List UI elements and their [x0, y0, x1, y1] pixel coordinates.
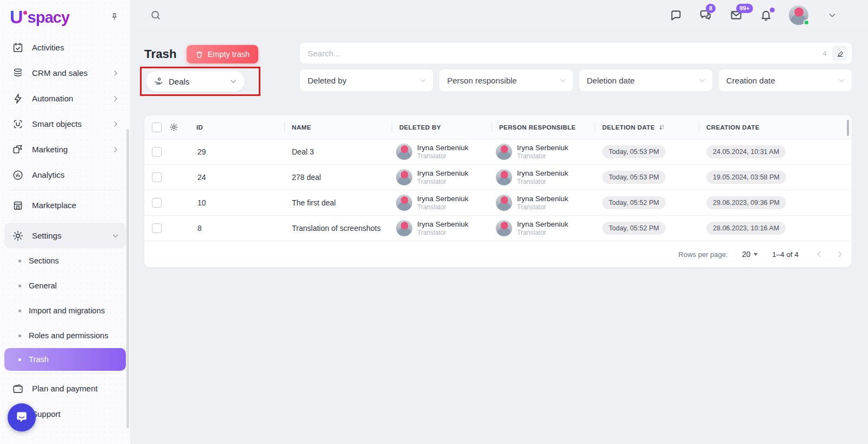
cell-person-responsible[interactable]: Iryna SerbeniukTranslator — [492, 143, 595, 160]
messenger-icon[interactable]: 8 — [699, 9, 713, 22]
cell-person-responsible[interactable]: Iryna SerbeniukTranslator — [492, 169, 595, 186]
sidebar-scrollbar[interactable] — [126, 129, 129, 428]
chevron-down-icon — [559, 77, 566, 84]
filter-person-responsible[interactable]: Person responsible — [439, 69, 572, 91]
sidebar-item-label: Support — [32, 409, 119, 419]
rows-per-page-value: 20 — [742, 250, 751, 259]
sidebar-subitem-label: Roles and permissions — [29, 331, 108, 340]
bell-icon[interactable] — [760, 9, 773, 22]
column-header-deletion-date[interactable]: DELETION DATE — [595, 115, 699, 139]
cell-deleted-by[interactable]: Iryna SerbeniukTranslator — [392, 220, 492, 237]
sidebar-item-roles-and-permissions[interactable]: Roles and permissions — [0, 323, 130, 348]
column-header-id[interactable]: ID — [189, 115, 284, 139]
column-header-person-responsible[interactable]: PERSON RESPONSIBLE — [492, 115, 595, 139]
uspacy-logo[interactable]: Uspacy — [10, 9, 69, 27]
filter-label: Deletion date — [587, 76, 635, 85]
column-header-label: ID — [196, 124, 203, 131]
comment-icon[interactable] — [669, 9, 682, 22]
cell-person-responsible[interactable]: Iryna SerbeniukTranslator — [492, 220, 595, 237]
profile-chevron-down-icon[interactable] — [828, 11, 837, 20]
filter-deletion-date[interactable]: Deletion date — [579, 69, 712, 91]
sidebar-item-settings[interactable]: Settings — [4, 223, 126, 248]
entity-type-dropdown[interactable]: Deals — [146, 71, 245, 92]
chevron-right-icon — [112, 120, 119, 128]
cell-person-responsible[interactable]: Iryna SerbeniukTranslator — [492, 194, 595, 211]
support-chat-launcher-button[interactable] — [8, 403, 36, 432]
bullet-icon — [18, 285, 21, 287]
sidebar-item-plan-and-payment[interactable]: Plan and payment — [0, 376, 130, 401]
table-row[interactable]: 10 The first deal Iryna SerbeniukTransla… — [144, 190, 852, 216]
cell-deleted-by[interactable]: Iryna SerbeniukTranslator — [392, 143, 492, 160]
avatar — [396, 195, 412, 211]
sidebar-subitem-label: Import and migrations — [29, 306, 105, 315]
chevron-right-icon — [112, 146, 119, 153]
cell-id: 24 — [189, 173, 284, 182]
sidebar-item-smart-objects[interactable]: Smart objects — [0, 111, 130, 137]
sidebar-item-marketing[interactable]: Marketing — [0, 137, 130, 162]
sort-arrows-icon[interactable] — [658, 124, 666, 131]
row-checkbox[interactable] — [152, 172, 162, 182]
sidebar-item-trash[interactable]: Trash — [4, 348, 126, 371]
sidebar-item-activities[interactable]: Activities — [0, 35, 130, 60]
clear-filters-button[interactable] — [832, 46, 847, 61]
sidebar-item-label: Smart objects — [32, 119, 104, 128]
select-all-checkbox[interactable] — [152, 123, 162, 132]
column-header-creation-date[interactable]: CREATION DATE — [699, 115, 852, 139]
row-checkbox[interactable] — [152, 198, 162, 208]
table-settings-gear-icon[interactable] — [169, 123, 189, 132]
rows-per-page-label: Rows per page: — [679, 250, 728, 259]
search-input[interactable] — [308, 49, 823, 58]
search-counter: 4 — [823, 49, 827, 57]
empty-trash-label: Empty trash — [208, 50, 250, 59]
global-search-icon[interactable] — [150, 9, 162, 21]
smart-objects-icon — [12, 118, 24, 130]
deletion-date-badge: Today, 05:53 PM — [602, 171, 666, 184]
dropdown-triangle-icon — [754, 253, 758, 256]
table-header-row: ID NAME DELETED BY PERSON RESPONSIBLE DE… — [144, 115, 852, 139]
row-checkbox[interactable] — [152, 147, 162, 157]
sidebar-item-analytics[interactable]: Analytics — [0, 162, 130, 188]
column-header-label: PERSON RESPONSIBLE — [499, 124, 576, 131]
pin-sidebar-icon[interactable] — [108, 11, 120, 23]
rows-per-page-select[interactable]: 20 — [742, 250, 758, 259]
sidebar-item-label: Analytics — [32, 170, 119, 179]
table-scrollbar[interactable] — [847, 120, 849, 136]
column-header-name[interactable]: NAME — [284, 115, 392, 139]
user-name: Iryna Serbeniuk — [517, 143, 569, 152]
sidebar-item-import-and-migrations[interactable]: Import and migrations — [0, 298, 130, 323]
sidebar-divider — [10, 373, 120, 374]
sidebar-item-marketplace[interactable]: Marketplace — [0, 192, 130, 218]
empty-trash-button[interactable]: Empty trash — [187, 45, 258, 63]
sidebar-item-label: Automation — [32, 94, 104, 103]
cell-name: Deal 3 — [284, 147, 392, 156]
user-avatar[interactable] — [789, 5, 808, 25]
filter-creation-date[interactable]: Creation date — [719, 69, 852, 91]
chevron-right-icon — [112, 69, 119, 77]
avatar — [496, 169, 512, 185]
filter-deleted-by[interactable]: Deleted by — [300, 69, 433, 91]
sidebar-item-sections[interactable]: Sections — [0, 248, 130, 273]
cell-id: 10 — [189, 198, 284, 207]
sidebar-item-label: Settings — [32, 231, 104, 240]
next-page-button[interactable] — [835, 250, 844, 259]
table-row[interactable]: 29 Deal 3 Iryna SerbeniukTranslator Iryn… — [144, 139, 852, 165]
sidebar-item-automation[interactable]: Automation — [0, 86, 130, 111]
user-name: Iryna Serbeniuk — [417, 143, 469, 152]
sidebar-item-crm-and-sales[interactable]: CRM and sales — [0, 60, 130, 86]
logo-letter: U — [10, 9, 23, 25]
trash-can-icon — [195, 50, 203, 59]
row-checkbox[interactable] — [152, 223, 162, 233]
column-header-deleted-by[interactable]: DELETED BY — [392, 115, 492, 139]
chat-bubble-icon — [15, 410, 29, 424]
sidebar-item-label: Plan and payment — [32, 384, 119, 393]
table-row[interactable]: 24 278 deal Iryna SerbeniukTranslator Ir… — [144, 165, 852, 190]
mail-icon[interactable]: 99+ — [729, 9, 743, 22]
sidebar-item-general[interactable]: General — [0, 273, 130, 298]
avatar — [496, 220, 512, 236]
cell-deleted-by[interactable]: Iryna SerbeniukTranslator — [392, 169, 492, 186]
previous-page-button[interactable] — [815, 250, 824, 259]
avatar — [396, 169, 412, 185]
table-row[interactable]: 8 Translation of screenshots Iryna Serbe… — [144, 216, 852, 241]
analytics-icon — [12, 169, 24, 181]
cell-deleted-by[interactable]: Iryna SerbeniukTranslator — [392, 194, 492, 211]
